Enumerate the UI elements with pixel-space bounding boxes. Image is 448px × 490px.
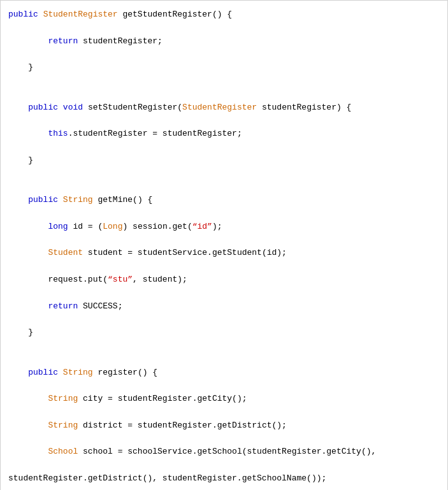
line-17: String city = studentRegister.getCity(); bbox=[8, 393, 440, 406]
line-12: request.put(“stu”, student); bbox=[8, 273, 440, 287]
line-6: this.studentRegister = studentRegister; bbox=[8, 127, 440, 141]
line-7: } bbox=[8, 154, 440, 168]
line-3: } bbox=[8, 61, 440, 75]
line-13: return SUCCESS; bbox=[8, 300, 440, 313]
code-block: public StudentRegister getStudentRegiste… bbox=[1, 6, 447, 490]
line-5: public void setStudentRegister(StudentRe… bbox=[8, 101, 440, 115]
line-9: public String getMine() { bbox=[8, 194, 440, 207]
line-19: School school = schoolService.getSchool(… bbox=[8, 445, 440, 459]
code-container: public StudentRegister getStudentRegiste… bbox=[0, 0, 448, 490]
line-14: } bbox=[8, 326, 440, 340]
line-18: String district = studentRegister.getDis… bbox=[8, 419, 440, 433]
line-10: long id = (Long) session.get(“id”); bbox=[8, 220, 440, 234]
line-20: studentRegister.getDistrict(), studentRe… bbox=[8, 472, 440, 486]
line-2: return studentRegister; bbox=[8, 35, 440, 48]
line-1: public StudentRegister getStudentRegiste… bbox=[8, 8, 440, 22]
line-11: Student student = studentService.getStud… bbox=[8, 247, 440, 260]
line-16: public String register() { bbox=[8, 366, 440, 380]
